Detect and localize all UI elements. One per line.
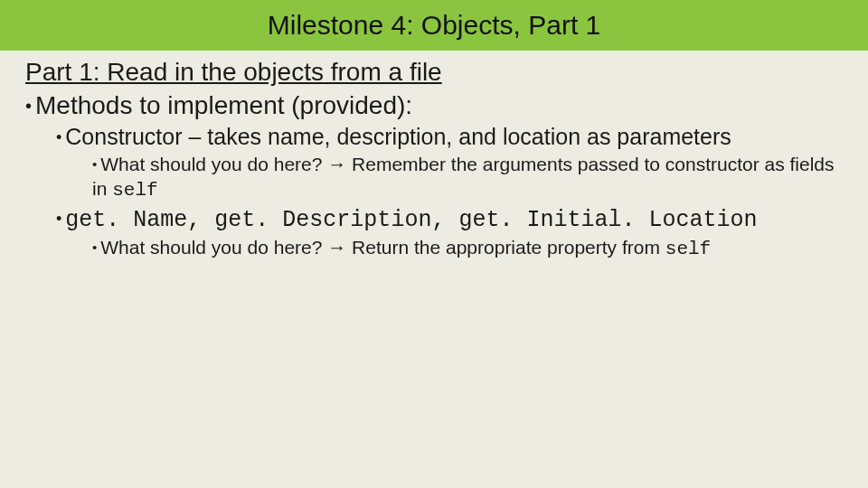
title-bar: Milestone 4: Objects, Part 1 — [0, 0, 868, 51]
bullet-dot-icon: • — [92, 239, 100, 255]
bullet-constructor-text: Constructor – takes name, description, a… — [65, 124, 731, 149]
slide-content: Part 1: Read in the objects from a file … — [0, 51, 868, 261]
bullet-dot-icon: • — [56, 210, 65, 228]
bullet-constructor: •Constructor – takes name, description, … — [56, 123, 843, 151]
bullet-dot-icon: • — [25, 96, 35, 116]
bullet-getters-text-2: get. Description, — [214, 207, 458, 233]
bullet-getters-hint: •What should you do here? → Return the a… — [92, 236, 843, 261]
slide-title: Milestone 4: Objects, Part 1 — [268, 10, 601, 41]
bullet-getters-text-3: get. Initial. Location — [458, 207, 757, 233]
code-self: self — [665, 239, 711, 259]
bullet-constructor-hint-text: What should you do here? → Remember the … — [92, 154, 835, 198]
section-heading: Part 1: Read in the objects from a file — [25, 56, 843, 88]
bullet-constructor-hint: •What should you do here? → Remember the… — [92, 153, 843, 202]
bullet-getters-hint-text: What should you do here? → Return the ap… — [100, 237, 665, 258]
bullet-dot-icon: • — [92, 156, 100, 172]
bullet-methods-text: Methods to implement (provided): — [35, 91, 412, 119]
bullet-dot-icon: • — [56, 128, 65, 146]
bullet-getters: •get. Name, get. Description, get. Initi… — [56, 204, 843, 234]
bullet-getters-text-1: get. Name, — [65, 207, 214, 233]
code-self: self — [112, 180, 157, 201]
bullet-methods: •Methods to implement (provided): — [25, 89, 843, 121]
